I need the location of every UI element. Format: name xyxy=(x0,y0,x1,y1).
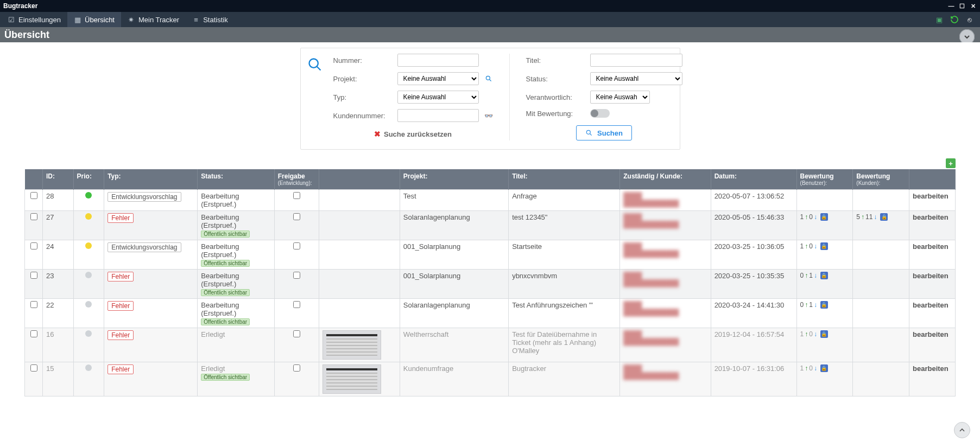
type-badge: Fehler xyxy=(108,330,134,340)
title-input[interactable] xyxy=(590,54,682,67)
release-checkbox[interactable] xyxy=(293,301,300,308)
reset-search-label: Suche zurücksetzen xyxy=(384,130,452,138)
row-checkbox[interactable] xyxy=(30,272,37,279)
status-text: Erledigt xyxy=(201,364,270,373)
edit-link[interactable]: bearbeiten xyxy=(913,330,949,338)
thumbnail[interactable] xyxy=(323,330,381,360)
arrow-up-icon: ↑ xyxy=(805,330,808,338)
nav-statistic[interactable]: ≡ Statistik xyxy=(186,12,235,27)
arrow-down-icon: ↓ xyxy=(814,213,817,221)
nav-statistic-label: Statistik xyxy=(203,16,228,24)
arrow-up-icon: ↑ xyxy=(805,213,808,221)
svg-line-1 xyxy=(317,67,320,71)
edit-link[interactable]: bearbeiten xyxy=(913,242,949,251)
lock-icon xyxy=(880,213,888,221)
arrow-up-icon: ↑ xyxy=(861,213,864,221)
project-select[interactable]: Keine Auswahl xyxy=(397,72,479,85)
number-input[interactable] xyxy=(397,54,479,67)
project-label: Projekt: xyxy=(333,75,393,83)
col-zust[interactable]: Zuständig / Kunde: xyxy=(620,169,711,190)
col-bwuser[interactable]: Bewertung(Benutzer): xyxy=(796,169,853,190)
withrating-label: Mit Bewertung: xyxy=(526,110,586,118)
maximize-button[interactable]: ☐ xyxy=(958,2,966,10)
col-freigabe[interactable]: Freigabe(Entwicklung): xyxy=(274,169,319,190)
exit-tool[interactable]: ⎋ xyxy=(965,15,975,24)
type-badge: Entwicklungsvorschlag xyxy=(108,242,181,252)
edit-link[interactable]: bearbeiten xyxy=(913,301,949,309)
row-checkbox[interactable] xyxy=(30,301,37,308)
col-titel[interactable]: Titel: xyxy=(509,169,620,190)
grid-icon: ▦ xyxy=(74,16,81,23)
lock-icon xyxy=(820,364,828,372)
table-row: 16FehlerErledigtWeltherrschaftTest für D… xyxy=(25,328,956,362)
chart-icon: ≡ xyxy=(192,16,200,23)
status-text: Erledigt xyxy=(201,330,270,338)
assignee-redacted: ████████████████ xyxy=(623,242,707,258)
scroll-to-top[interactable] xyxy=(954,422,970,438)
binoculars-icon[interactable]: 👓 xyxy=(484,111,493,120)
status-text: Bearbeitung (Erstpruef.) xyxy=(201,242,270,259)
row-checkbox[interactable] xyxy=(30,213,37,220)
project-search-icon[interactable] xyxy=(484,74,493,83)
search-button-label: Suchen xyxy=(597,129,623,137)
nav-settings[interactable]: ☑ Einstellungen xyxy=(1,12,67,27)
close-button[interactable]: ✕ xyxy=(969,2,977,10)
release-checkbox[interactable] xyxy=(293,242,300,249)
col-projekt[interactable]: Projekt: xyxy=(400,169,508,190)
col-status[interactable]: Status: xyxy=(198,169,274,190)
lock-icon xyxy=(820,272,828,279)
nav-mytracker[interactable]: ✷ Mein Tracker xyxy=(121,12,186,27)
status-select[interactable]: Keine Auswahl xyxy=(590,72,682,85)
table-row: 27FehlerBearbeitung (Erstpruef.)Öffentli… xyxy=(25,211,956,240)
row-checkbox[interactable] xyxy=(30,242,37,249)
add-row-button[interactable]: + xyxy=(946,158,956,168)
edit-link[interactable]: bearbeiten xyxy=(913,364,949,373)
search-panel: Nummer: Projekt: Keine Auswahl Typ: Kein… xyxy=(300,48,680,150)
row-checkbox[interactable] xyxy=(30,330,37,337)
row-checkbox[interactable] xyxy=(30,364,37,372)
col-typ[interactable]: Typ: xyxy=(104,169,198,190)
col-prio[interactable]: Prio: xyxy=(73,169,104,190)
arrow-down-icon: ↓ xyxy=(814,242,817,250)
release-checkbox[interactable] xyxy=(293,330,300,337)
row-checkbox[interactable] xyxy=(30,192,37,199)
lock-icon xyxy=(820,301,828,309)
responsible-select[interactable]: Keine Auswahl xyxy=(590,91,650,104)
col-bwkunde[interactable]: Bewertung(Kunden): xyxy=(853,169,909,190)
release-checkbox[interactable] xyxy=(293,213,300,220)
customernumber-input[interactable] xyxy=(397,109,479,122)
rating-cell: 1↑0↓ xyxy=(800,213,850,221)
bug-icon: ✷ xyxy=(128,16,135,23)
withrating-toggle[interactable] xyxy=(590,109,610,118)
arrow-down-icon: ↓ xyxy=(874,213,877,221)
minimize-button[interactable]: — xyxy=(947,2,955,10)
type-select[interactable]: Keine Auswahl xyxy=(397,91,479,104)
release-checkbox[interactable] xyxy=(293,364,300,372)
edit-link[interactable]: bearbeiten xyxy=(913,272,949,280)
lock-icon xyxy=(820,213,828,221)
assignee-redacted: ████████████████ xyxy=(623,192,707,207)
edit-link[interactable]: bearbeiten xyxy=(913,192,949,200)
edit-link[interactable]: bearbeiten xyxy=(913,213,949,221)
arrow-up-icon: ↑ xyxy=(805,364,808,372)
nav-overview[interactable]: ▦ Übersicht xyxy=(67,12,121,27)
picture-tool[interactable]: ▣ xyxy=(934,15,944,24)
col-id[interactable]: ID: xyxy=(43,169,74,190)
rating-cell: 1↑0↓ xyxy=(800,330,850,338)
col-datum[interactable]: Datum: xyxy=(711,169,796,190)
page-heading: Übersicht xyxy=(4,29,49,41)
priority-dot xyxy=(85,330,92,337)
public-badge: Öffentlich sichtbar xyxy=(201,289,250,296)
assignee-redacted: ████████████████ xyxy=(623,330,707,345)
rating-cell: 0↑1↓ xyxy=(800,301,850,309)
type-badge: Fehler xyxy=(108,213,134,223)
type-badge: Fehler xyxy=(108,272,134,281)
reset-search-button[interactable]: ✖ Suche zurücksetzen xyxy=(374,130,452,138)
lock-icon xyxy=(820,330,828,338)
thumbnail[interactable] xyxy=(323,364,381,394)
type-label: Typ: xyxy=(333,93,393,101)
refresh-tool[interactable] xyxy=(950,15,959,24)
release-checkbox[interactable] xyxy=(293,272,300,279)
search-button[interactable]: Suchen xyxy=(576,125,632,140)
release-checkbox[interactable] xyxy=(293,192,300,199)
